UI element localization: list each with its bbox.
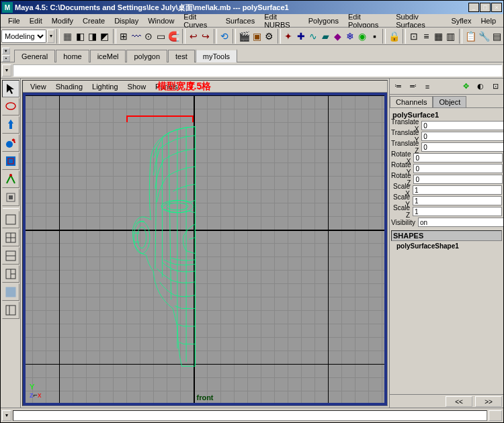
attr-rz-field[interactable] xyxy=(413,175,503,184)
tab-channels[interactable]: Channels xyxy=(390,96,433,107)
vp-menu-show[interactable]: Show xyxy=(123,81,151,92)
shelf-edit-icon[interactable]: ▪ xyxy=(2,55,10,62)
cmd-history-icon[interactable]: ▾ xyxy=(2,64,11,77)
shelf-live-icon[interactable]: 🧲 xyxy=(167,29,180,44)
shelf-sel-joint-icon[interactable]: ✚ xyxy=(295,29,306,44)
mesh-wireframe[interactable] xyxy=(123,122,241,371)
shelf-sel-render-icon[interactable]: ◉ xyxy=(357,29,368,44)
attr-tx-field[interactable] xyxy=(421,121,503,130)
cb-layout1-icon[interactable]: ≔ xyxy=(391,80,405,93)
shelf-render-icon[interactable]: 🎬 xyxy=(238,29,251,44)
maximize-button[interactable]: □ xyxy=(480,3,491,12)
tab-mytools[interactable]: myTools xyxy=(196,49,237,62)
shelf-lockcv-icon[interactable]: 🔒 xyxy=(388,29,401,44)
cb-layout3-icon[interactable]: ≡ xyxy=(421,80,434,93)
viewport-3d[interactable]: Y z⌐x front xyxy=(23,93,387,406)
menu-help[interactable]: Help xyxy=(476,15,501,26)
mode-opts-icon[interactable]: ▾ xyxy=(47,30,54,43)
cb-speed-icon[interactable]: ◐ xyxy=(474,80,487,93)
shelf-sel-surface-icon[interactable]: ▰ xyxy=(320,29,331,44)
menu-window[interactable]: Window xyxy=(143,15,179,26)
menu-modify[interactable]: Modify xyxy=(47,15,78,26)
attr-ty-field[interactable] xyxy=(421,132,503,141)
shelf-tool-icon[interactable]: 🔧 xyxy=(478,29,491,44)
menu-display[interactable]: Display xyxy=(110,15,143,26)
attr-tz-field[interactable] xyxy=(421,142,503,152)
menu-polygons[interactable]: Polygons xyxy=(304,15,343,26)
minimize-button[interactable]: _ xyxy=(468,3,479,12)
rotate-tool[interactable] xyxy=(2,134,19,152)
shelf-snap1-icon[interactable]: ◧ xyxy=(75,29,86,44)
attr-vis-field[interactable] xyxy=(418,218,503,227)
manip-tool[interactable] xyxy=(2,171,19,188)
close-button[interactable]: × xyxy=(491,3,502,12)
shelf-sel-deform-icon[interactable]: ◆ xyxy=(332,29,343,44)
tab-general[interactable]: General xyxy=(14,50,55,62)
shelf-sel-handle-icon[interactable]: ✦ xyxy=(283,29,294,44)
menu-syflex[interactable]: Syflex xyxy=(446,15,476,26)
cb-hyper-icon[interactable]: ⊡ xyxy=(489,80,502,93)
shelf-sel-dynamic-icon[interactable]: ❄ xyxy=(344,29,355,44)
shelf-snapgrid-icon[interactable]: ⊞ xyxy=(118,29,130,44)
measure-bracket xyxy=(126,115,194,122)
shelf-snap3-icon[interactable]: ◩ xyxy=(99,29,110,44)
command-input[interactable] xyxy=(13,64,502,77)
shelf-face-icon[interactable]: ▦ xyxy=(433,29,444,44)
move-tool[interactable] xyxy=(2,116,19,134)
layout-three-icon[interactable] xyxy=(2,265,19,283)
status-field[interactable] xyxy=(13,410,487,421)
mode-selector[interactable]: Modeling xyxy=(1,30,46,43)
shelf-renderglobals-icon[interactable]: ⚙ xyxy=(263,29,275,44)
shelf-sel-misc-icon[interactable]: ▪ xyxy=(369,29,380,44)
scale-tool[interactable] xyxy=(2,152,19,170)
shelf-pt-icon[interactable]: ⊡ xyxy=(408,29,419,44)
nav-next-button[interactable]: >> xyxy=(475,396,502,407)
shelf-snapplane-icon[interactable]: ▭ xyxy=(155,29,167,44)
shelf-snappoint-icon[interactable]: ⊙ xyxy=(142,29,154,44)
shelf-menu-icon[interactable]: ▾ xyxy=(2,48,10,54)
cb-manip-icon[interactable]: ✥ xyxy=(459,80,472,93)
shelf-snapcurve-icon[interactable]: 〰 xyxy=(130,29,142,44)
attr-sy-field[interactable] xyxy=(413,196,502,205)
shelf-line-icon[interactable]: ≡ xyxy=(421,29,432,44)
vp-menu-lighting[interactable]: Lighting xyxy=(87,81,123,92)
select-tool[interactable] xyxy=(2,80,19,97)
nav-prev-button[interactable]: << xyxy=(446,396,472,407)
attr-ry-field[interactable] xyxy=(413,164,503,173)
shelf-snap2-icon[interactable]: ◨ xyxy=(87,29,98,44)
shelf-pick-icon[interactable]: ▦ xyxy=(62,29,73,44)
shelf-cbox-icon[interactable]: ▤ xyxy=(491,29,503,44)
status-history-icon[interactable]: ▾ xyxy=(2,410,11,421)
attr-sz-field[interactable] xyxy=(413,207,502,216)
tab-object[interactable]: Object xyxy=(433,96,466,107)
shelf-hull-icon[interactable]: ▥ xyxy=(445,29,456,44)
layout-outliner-icon[interactable] xyxy=(2,301,19,319)
menu-create[interactable]: Create xyxy=(78,15,110,26)
attr-rx-field[interactable] xyxy=(413,153,503,162)
attr-sx-field[interactable] xyxy=(413,185,502,195)
vp-menu-shading[interactable]: Shading xyxy=(51,81,87,92)
tab-icemel[interactable]: iceMel xyxy=(90,50,126,62)
shelf-construct-icon[interactable]: ⟲ xyxy=(219,29,230,44)
shelf-hist-out-icon[interactable]: ↪ xyxy=(200,29,211,44)
tab-home[interactable]: home xyxy=(56,50,89,62)
tab-test[interactable]: test xyxy=(168,50,195,62)
menu-file[interactable]: File xyxy=(3,15,25,26)
shelf-ipr-icon[interactable]: ▣ xyxy=(251,29,263,44)
layout-persp-icon[interactable] xyxy=(2,283,19,301)
shelf-ae-icon[interactable]: 📋 xyxy=(464,29,477,44)
cb-layout2-icon[interactable]: ≕ xyxy=(406,80,419,93)
shelf-sel-curve-icon[interactable]: ∿ xyxy=(307,29,319,44)
shelf-hist-in-icon[interactable]: ↩ xyxy=(187,29,199,44)
vp-menu-view[interactable]: View xyxy=(26,81,51,92)
axis-indicator: Y z⌐x xyxy=(30,383,41,399)
shape-name[interactable]: polySurfaceShape1 xyxy=(391,241,502,251)
lasso-tool[interactable] xyxy=(2,98,19,115)
menu-edit[interactable]: Edit xyxy=(25,15,47,26)
menu-surfaces[interactable]: Surfaces xyxy=(221,15,259,26)
layout-four-icon[interactable] xyxy=(2,229,19,246)
layout-single-icon[interactable] xyxy=(2,211,19,228)
layout-two-h-icon[interactable] xyxy=(2,247,19,265)
last-tool[interactable] xyxy=(2,189,19,206)
tab-polygon[interactable]: polygon xyxy=(126,50,167,62)
